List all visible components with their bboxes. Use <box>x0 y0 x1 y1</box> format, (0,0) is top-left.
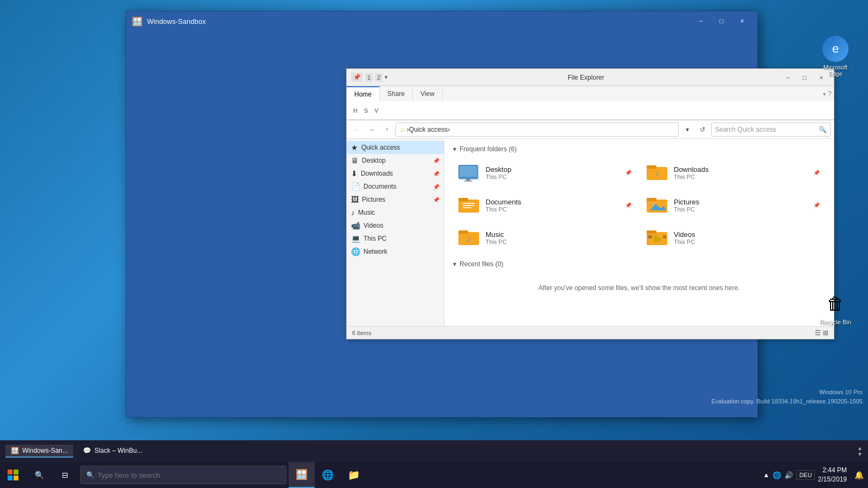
sandbox-maximize-button[interactable]: □ <box>712 14 731 29</box>
recycle-bin-icon-label: Recycle Bin <box>820 319 851 325</box>
fe-history-dropdown[interactable]: ▾ <box>385 74 388 81</box>
systray-network-icon[interactable]: 🌐 <box>773 471 781 479</box>
fe-forward-history[interactable]: 2 <box>375 73 382 82</box>
desktop-pin-icon: 📌 <box>433 158 439 164</box>
fe-pin-button[interactable]: 📌 <box>351 73 363 82</box>
systray-clock[interactable]: 2:44 PM 2/15/2019 <box>818 466 847 484</box>
sidebar-item-pictures[interactable]: 🖼 Pictures 📌 <box>347 193 444 206</box>
folder-item-downloads[interactable]: ↓ Downloads This PC 📌 <box>641 158 825 187</box>
sidebar-item-downloads[interactable]: ⬇ Downloads 📌 <box>347 167 444 180</box>
ribbon-help-button[interactable]: ? <box>828 90 832 98</box>
nav-dropdown-button[interactable]: ▾ <box>681 123 694 136</box>
desktop-icon-edge[interactable]: e Microsoft Edge <box>814 33 857 80</box>
nav-refresh-button[interactable]: ↺ <box>696 123 709 136</box>
downloads-folder-icon: ⬇ <box>351 169 358 178</box>
taskbar-search-input[interactable] <box>98 471 280 479</box>
svg-rect-24 <box>663 235 666 239</box>
taskbar2-scroll[interactable]: ▲ ▼ <box>857 445 863 457</box>
grid-view-icon[interactable]: ⊞ <box>823 329 828 337</box>
sidebar-item-videos[interactable]: 📹 Videos <box>347 219 444 232</box>
details-view-icon[interactable]: ☰ <box>815 329 821 337</box>
sandbox-titlebar: 🪟 Windows-Sandbox − □ × <box>126 11 757 31</box>
music-folder-sub: This PC <box>486 239 631 245</box>
search-placeholder-text: Search Quick access <box>715 126 776 133</box>
task-view-button[interactable]: ⊟ <box>52 462 78 488</box>
folder-item-videos[interactable]: Videos This PC <box>641 223 825 252</box>
folder-item-documents[interactable]: Documents This PC 📌 <box>453 191 637 219</box>
tab-share[interactable]: Share <box>380 86 413 101</box>
fe-window-title: File Explorer <box>392 74 780 81</box>
sandbox-close-button[interactable]: × <box>732 14 752 29</box>
sidebar-item-desktop[interactable]: 🖥 Desktop 📌 <box>347 154 444 167</box>
sidebar-item-this-pc[interactable]: 💻 This PC <box>347 232 444 245</box>
documents-folder-icon-large <box>458 195 480 215</box>
taskbar2-slack[interactable]: 💬 Slack – WinBu... <box>78 445 148 458</box>
systray-language-label[interactable]: DEU <box>796 470 814 480</box>
folder-item-pictures[interactable]: Pictures This PC 📌 <box>641 191 825 219</box>
nav-back-button[interactable]: ← <box>350 123 363 136</box>
taskbar2-windows-sandbox[interactable]: 🪟 Windows-San... <box>5 445 73 458</box>
ribbon-expand-button[interactable]: ▾ <box>823 91 826 97</box>
systray-show-hidden[interactable]: ▲ <box>763 471 769 479</box>
svg-rect-12 <box>463 207 471 208</box>
documents-folder-info: Documents This PC <box>486 198 620 213</box>
desktop-icon-recycle[interactable]: 🗑 Recycle Bin <box>814 287 857 329</box>
taskbar2: 🪟 Windows-San... 💬 Slack – WinBu... ▲ ▼ <box>0 440 868 462</box>
folder-grid: Desktop This PC 📌 ↓ <box>453 158 825 252</box>
taskbar-app-explorer[interactable]: 📁 <box>341 462 367 488</box>
downloads-folder-pin: 📌 <box>813 170 820 176</box>
systray-volume-icon[interactable]: 🔊 <box>784 471 793 479</box>
taskbar2-ws-icon: 🪟 <box>11 447 19 454</box>
desktop-folder-info: Desktop This PC <box>486 165 620 180</box>
documents-folder-pin: 📌 <box>625 202 631 208</box>
folder-item-desktop[interactable]: Desktop This PC 📌 <box>453 158 637 187</box>
sidebar-item-documents[interactable]: 📄 Documents 📌 <box>347 180 444 193</box>
videos-folder-info: Videos This PC <box>674 230 820 245</box>
music-folder-info: Music This PC <box>486 230 631 245</box>
desktop-folder-sub: This PC <box>486 174 620 180</box>
fe-back-history[interactable]: 1 <box>365 73 373 82</box>
tab-view[interactable]: View <box>413 86 443 101</box>
systray-notification-icon[interactable]: 🔔 <box>854 471 864 479</box>
fe-minimize-button[interactable]: − <box>780 70 796 85</box>
svg-rect-3 <box>466 179 470 181</box>
fe-ribbon-content: H S V <box>347 101 834 120</box>
svg-rect-25 <box>8 470 12 474</box>
frequent-folders-header[interactable]: ▾ Frequent folders (6) <box>453 145 825 153</box>
sidebar-item-quick-access[interactable]: ★ Quick access <box>347 141 444 154</box>
documents-folder-sub: This PC <box>486 206 620 213</box>
frequent-folders-chevron: ▾ <box>453 145 456 153</box>
sidebar-item-network[interactable]: 🌐 Network <box>347 245 444 258</box>
sandbox-window-icon: 🪟 <box>132 16 143 27</box>
frequent-folders-label: Frequent folders (6) <box>459 145 516 153</box>
svg-rect-21 <box>647 230 656 234</box>
desktop-folder-icon-large <box>458 163 480 182</box>
address-path[interactable]: ⌂ › Quick access › <box>395 123 679 137</box>
sidebar-label-downloads: Downloads <box>361 170 393 177</box>
nav-up-button[interactable]: ↑ <box>380 123 393 136</box>
start-button[interactable] <box>0 462 26 488</box>
tab-home[interactable]: Home <box>347 86 380 101</box>
recent-files-header[interactable]: ▾ Recent files (0) <box>453 260 825 268</box>
recycle-bin-icon: 🗑 <box>822 291 848 317</box>
taskbar-app-windows[interactable]: 🪟 <box>289 462 315 488</box>
search-icon: 🔍 <box>819 126 827 133</box>
watermark-line2: Evaluation copy. Build 18334.19h1_releas… <box>711 397 863 407</box>
fe-maximize-button[interactable]: □ <box>796 70 813 85</box>
taskbar-search-button[interactable]: 🔍 <box>26 462 52 488</box>
this-pc-icon: 💻 <box>351 234 360 243</box>
sidebar-label-documents: Documents <box>363 183 397 190</box>
sidebar-label-this-pc: This PC <box>363 235 387 242</box>
pictures-folder-icon-large <box>647 195 668 215</box>
folder-item-music[interactable]: ♪ Music This PC <box>453 223 637 252</box>
fe-ribbon: Home Share View ▾ ? H S V <box>347 86 834 120</box>
sidebar-item-music[interactable]: ♪ Music <box>347 206 444 219</box>
home-icon: ⌂ <box>400 125 405 133</box>
pictures-folder-sub: This PC <box>674 206 808 213</box>
taskbar-search-bar[interactable]: 🔍 <box>80 466 286 484</box>
address-search[interactable]: Search Quick access 🔍 <box>711 123 831 137</box>
nav-forward-button[interactable]: → <box>365 123 378 136</box>
sandbox-minimize-button[interactable]: − <box>691 14 711 29</box>
desktop: 🪟 Windows-Sandbox − □ × 📌 1 2 ▾ File Exp… <box>0 0 868 488</box>
taskbar-app-edge[interactable]: 🌐 <box>315 462 341 488</box>
